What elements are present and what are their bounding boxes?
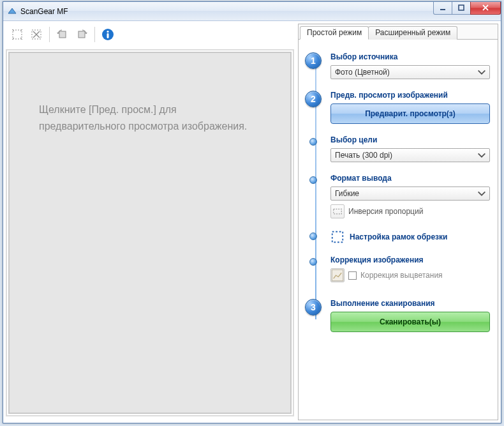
left-column: Щелкните [Пред. просм.] для предваритель…: [4, 24, 295, 420]
preview-button[interactable]: Предварит. просмотр(з): [330, 103, 490, 124]
svg-rect-8: [107, 33, 109, 38]
preview-area[interactable]: Щелкните [Пред. просм.] для предваритель…: [6, 49, 294, 416]
step-image-correction: Коррекция изображения Коррекция выцветан…: [330, 255, 490, 282]
substep-bullet: [309, 258, 317, 266]
toolbar-separator-2: [94, 27, 95, 42]
svg-rect-10: [332, 232, 343, 243]
svg-rect-1: [459, 5, 464, 10]
app-icon: [7, 6, 17, 17]
substep-bullet: [309, 138, 317, 146]
source-select[interactable]: Фото (Цветной): [330, 65, 490, 79]
crop-remove-button[interactable]: [27, 26, 45, 43]
crop-auto-button[interactable]: [8, 26, 26, 43]
destination-select-value: Печать (300 dpi): [335, 151, 392, 160]
preview-placeholder: Щелкните [Пред. просм.] для предваритель…: [39, 102, 261, 134]
invert-proportions-label: Инверсия пропорций: [348, 207, 423, 216]
step-number-1: 1: [305, 52, 322, 69]
output-format-select[interactable]: Гибкие: [330, 186, 490, 201]
svg-rect-0: [440, 9, 445, 10]
rotate-left-button[interactable]: [54, 26, 71, 43]
chevron-down-icon: [477, 188, 487, 199]
svg-rect-5: [78, 31, 85, 38]
step-heading-scan: Выполнение сканирования: [330, 299, 490, 308]
tab-bar: Простой режим Расширенный режим: [299, 24, 498, 40]
step-number-3: 3: [305, 299, 322, 316]
step-heading-preview: Предв. просмотр изображений: [330, 91, 490, 100]
close-button[interactable]: [470, 2, 501, 15]
content: Щелкните [Пред. просм.] для предваритель…: [3, 21, 501, 423]
step-scan: 3 Выполнение сканирования Сканировать(ы): [330, 299, 490, 332]
step-heading-crop: Настройка рамок обрезки: [348, 232, 448, 242]
crop-frame-button[interactable]: [330, 230, 345, 244]
svg-rect-4: [59, 31, 66, 38]
simple-panel: 1 Выбор источника Фото (Цветной) 2 Предв…: [299, 40, 498, 420]
source-select-value: Фото (Цветной): [335, 68, 390, 77]
minimize-button[interactable]: [433, 2, 452, 15]
step-source: 1 Выбор источника Фото (Цветной): [330, 52, 490, 79]
fade-correction-label: Коррекция выцветания: [360, 271, 443, 280]
window-buttons: [434, 2, 501, 15]
maximize-button[interactable]: [452, 2, 471, 15]
svg-point-7: [107, 31, 108, 33]
svg-rect-11: [332, 270, 343, 281]
step-heading-output: Формат вывода: [330, 174, 490, 183]
right-panel: Простой режим Расширенный режим 1 Выбор …: [298, 24, 498, 420]
window-title: ScanGear MF: [20, 7, 68, 16]
step-crop-frames: Настройка рамок обрезки: [330, 230, 490, 244]
chevron-down-icon: [477, 67, 487, 77]
toolbar-separator: [49, 27, 50, 42]
titlebar: ScanGear MF: [3, 2, 501, 21]
window: ScanGear MF: [3, 1, 501, 423]
output-format-value: Гибкие: [335, 189, 359, 198]
toolbar: [4, 24, 295, 45]
step-heading-correction: Коррекция изображения: [330, 255, 490, 264]
rotate-right-button[interactable]: [73, 26, 91, 43]
step-heading-destination: Выбор цели: [330, 135, 490, 144]
svg-rect-2: [13, 30, 22, 39]
invert-proportions-button[interactable]: [330, 204, 345, 218]
scan-button[interactable]: Сканировать(ы): [330, 312, 490, 332]
substep-bullet: [309, 176, 317, 184]
step-destination: Выбор цели Печать (300 dpi): [330, 135, 490, 162]
substep-bullet: [309, 232, 317, 240]
fade-correction-checkbox[interactable]: [348, 271, 357, 280]
tab-simple-mode[interactable]: Простой режим: [300, 26, 369, 40]
chevron-down-icon: [477, 150, 487, 160]
tab-advanced-mode[interactable]: Расширенный режим: [368, 26, 457, 40]
step-preview: 2 Предв. просмотр изображений Предварит.…: [330, 91, 490, 124]
step-heading-source: Выбор источника: [330, 52, 490, 61]
step-output-format: Формат вывода Гибкие Инверсия пропорций: [330, 174, 490, 218]
destination-select[interactable]: Печать (300 dpi): [330, 148, 490, 162]
info-button[interactable]: [99, 26, 117, 43]
steps: 1 Выбор источника Фото (Цветной) 2 Предв…: [304, 52, 490, 332]
correction-preview-icon: [330, 268, 345, 282]
svg-rect-9: [334, 209, 342, 214]
step-number-2: 2: [305, 91, 322, 107]
